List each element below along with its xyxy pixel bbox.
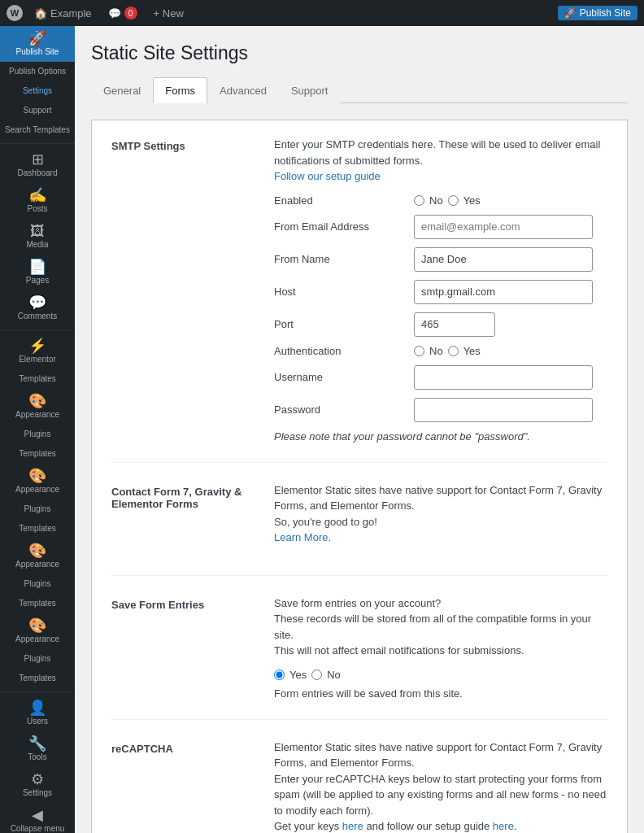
save-entries-note: Form entries will be saved from this sit…	[274, 687, 607, 700]
smtp-auth-no-label[interactable]: No	[429, 345, 443, 357]
save-entries-radio-group: Yes No	[274, 669, 607, 681]
sidebar-item-posts[interactable]: ✍ Posts	[0, 183, 75, 219]
sidebar-item-pages[interactable]: 📄 Pages	[0, 255, 75, 290]
save-form-entries-label: Save Form Entries	[111, 595, 258, 700]
media-icon: 🖼	[30, 224, 45, 238]
save-entries-yes-radio[interactable]	[274, 669, 285, 680]
smtp-from-email-row: From Email Address	[274, 215, 607, 239]
comments-item[interactable]: 💬 0	[103, 0, 142, 26]
sidebar-item-appearance-3[interactable]: 🎨 Appearance	[0, 539, 75, 574]
wp-logo-icon[interactable]: W	[7, 5, 23, 21]
sidebar-item-publish-options[interactable]: Publish Options	[0, 62, 75, 81]
sidebar-item-appearance-4[interactable]: 🎨 Appearance	[0, 613, 75, 649]
smtp-auth-no-radio[interactable]	[414, 346, 424, 356]
sidebar-item-settings[interactable]: Settings	[0, 81, 75, 101]
sidebar-item-publish-site[interactable]: 🚀 Publish Site	[0, 26, 75, 62]
sidebar-divider-2	[0, 329, 75, 330]
smtp-enabled-radio-group: No Yes	[414, 194, 481, 207]
recaptcha-here-link-2[interactable]: here	[493, 820, 514, 832]
top-bar: W 🏠 Example 💬 0 + New 🚀 Publish Site	[0, 0, 644, 26]
contact-form-learn-more-link[interactable]: Learn More.	[274, 531, 331, 543]
sidebar-item-plugins-4[interactable]: Plugins	[0, 649, 75, 669]
comments-icon: 💬	[108, 7, 121, 20]
sidebar-item-templates-4[interactable]: Templates	[0, 594, 75, 613]
smtp-host-input[interactable]	[414, 280, 593, 304]
smtp-from-email-input[interactable]	[414, 215, 593, 239]
sidebar-item-plugins-2[interactable]: Plugins	[0, 499, 75, 519]
appearance-4-icon: 🎨	[28, 618, 46, 633]
appearance-1-icon: 🎨	[28, 394, 46, 408]
smtp-label: SMTP Settings	[111, 137, 258, 443]
tab-general[interactable]: General	[91, 77, 153, 103]
smtp-enabled-label: Enabled	[274, 194, 404, 207]
publish-icon: 🚀	[564, 7, 577, 19]
sidebar: 🚀 Publish Site Publish Options Settings …	[0, 26, 75, 833]
settings-wrap: SMTP Settings Enter your SMTP credential…	[91, 120, 628, 833]
tab-forms[interactable]: Forms	[153, 77, 207, 103]
new-button[interactable]: + New	[149, 7, 189, 20]
sidebar-item-users[interactable]: 👤 Users	[0, 696, 75, 731]
smtp-enabled-row: Enabled No Yes	[274, 194, 607, 207]
sidebar-item-elementor[interactable]: ⚡ Elementor	[0, 334, 75, 369]
smtp-from-name-input[interactable]	[414, 247, 593, 272]
sidebar-item-templates-3[interactable]: Templates	[0, 519, 75, 539]
sidebar-divider-1	[0, 143, 75, 144]
contact-form-label: Contact Form 7, Gravity &Elementor Forms	[111, 482, 258, 556]
recaptcha-section: reCAPTCHA Elementor Static sites have na…	[111, 739, 607, 834]
smtp-username-input[interactable]	[414, 365, 593, 390]
smtp-password-label: Password	[274, 403, 404, 416]
smtp-password-row: Password	[274, 398, 607, 422]
site-name[interactable]: 🏠 Example	[29, 0, 97, 26]
posts-icon: ✍	[28, 188, 46, 203]
publish-site-icon: 🚀	[28, 31, 46, 46]
sidebar-item-plugins-3[interactable]: Plugins	[0, 574, 75, 594]
smtp-password-input[interactable]	[414, 398, 593, 422]
save-entries-no-radio[interactable]	[311, 669, 322, 680]
sidebar-item-tools[interactable]: 🔧 Tools	[0, 731, 75, 767]
smtp-auth-label: Authentication	[274, 345, 404, 357]
contact-form-content: Elementor Static sites have native suppo…	[274, 482, 607, 556]
layout: 🚀 Publish Site Publish Options Settings …	[0, 26, 644, 833]
sidebar-item-collapse[interactable]: ◀ Collapse menu	[0, 803, 75, 833]
elementor-icon: ⚡	[28, 338, 46, 353]
sidebar-item-templates-2[interactable]: Templates	[0, 444, 75, 464]
sidebar-item-settings-main[interactable]: ⚙ Settings	[0, 767, 75, 803]
smtp-no-label[interactable]: No	[429, 194, 443, 207]
sidebar-item-templates-5[interactable]: Templates	[0, 669, 75, 688]
tools-icon: 🔧	[28, 736, 46, 751]
recaptcha-content: Elementor Static sites have native suppo…	[274, 739, 607, 834]
main-content: Static Site Settings General Forms Advan…	[75, 26, 644, 833]
tab-support[interactable]: Support	[279, 77, 341, 103]
recaptcha-here-link-1[interactable]: here	[342, 820, 363, 832]
smtp-port-input[interactable]	[414, 312, 495, 337]
smtp-port-row: Port	[274, 312, 607, 337]
sidebar-item-plugins-1[interactable]: Plugins	[0, 425, 75, 444]
sidebar-item-appearance-1[interactable]: 🎨 Appearance	[0, 389, 75, 425]
save-form-entries-desc: Save form entries on your account? These…	[274, 595, 607, 659]
publish-site-topbar-button[interactable]: 🚀 Publish Site	[558, 6, 637, 20]
sidebar-item-templates-1[interactable]: Templates	[0, 369, 75, 389]
smtp-yes-label[interactable]: Yes	[463, 194, 481, 207]
sidebar-item-appearance-2[interactable]: 🎨 Appearance	[0, 464, 75, 499]
save-form-entries-section: Save Form Entries Save form entries on y…	[111, 595, 607, 720]
smtp-host-label: Host	[274, 286, 404, 298]
sidebar-item-media[interactable]: 🖼 Media	[0, 219, 75, 255]
collapse-icon: ◀	[32, 808, 43, 822]
sidebar-item-comments[interactable]: 💬 Comments	[0, 290, 75, 326]
smtp-content: Enter your SMTP credentials here. These …	[274, 137, 607, 443]
dashboard-icon: ⊞	[32, 152, 44, 167]
smtp-auth-yes-label[interactable]: Yes	[463, 345, 481, 357]
smtp-from-email-label: From Email Address	[274, 220, 404, 233]
smtp-yes-radio[interactable]	[448, 195, 459, 206]
smtp-auth-yes-radio[interactable]	[448, 346, 459, 356]
smtp-setup-guide-link[interactable]: Follow our setup guide	[274, 170, 381, 182]
sidebar-item-dashboard[interactable]: ⊞ Dashboard	[0, 147, 75, 183]
save-entries-yes-label[interactable]: Yes	[289, 669, 307, 681]
save-entries-no-label[interactable]: No	[327, 669, 341, 681]
sidebar-item-search-templates[interactable]: Search Templates	[0, 120, 75, 140]
tab-advanced[interactable]: Advanced	[207, 77, 279, 103]
smtp-from-name-row: From Name	[274, 247, 607, 272]
sidebar-item-support-sub[interactable]: Support	[0, 101, 75, 120]
comments-badge: 0	[124, 7, 137, 20]
smtp-no-radio[interactable]	[414, 195, 424, 206]
